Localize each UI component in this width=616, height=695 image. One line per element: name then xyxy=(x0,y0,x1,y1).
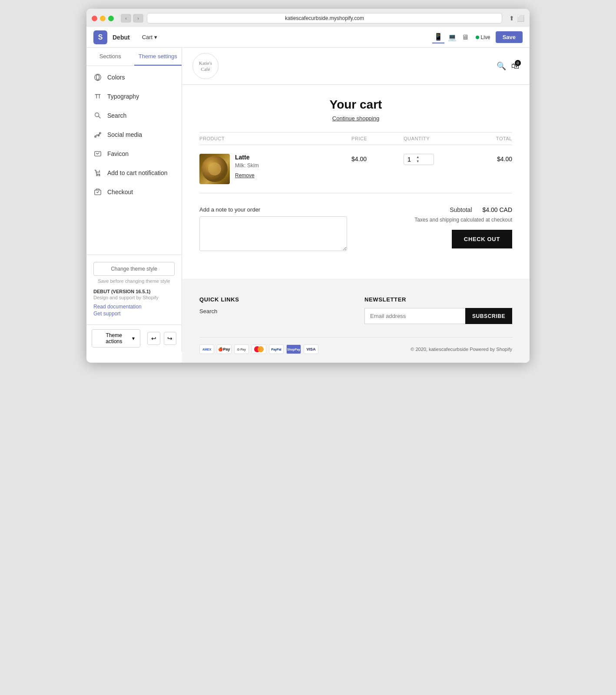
store-header: Katie'sCafé 🔍 🛍0 xyxy=(182,48,530,85)
newsletter-section: Newsletter SUBSCRIBE xyxy=(364,296,512,324)
forward-button[interactable]: › xyxy=(133,14,143,23)
sidebar-item-typography[interactable]: Typography xyxy=(86,87,182,106)
svg-point-0 xyxy=(95,74,101,80)
redo-button[interactable]: ↪ xyxy=(164,332,176,345)
shopify-logo: S xyxy=(93,30,107,44)
address-bar[interactable]: katiescafecurbside.myshopify.com xyxy=(147,13,502,23)
note-section: Add a note to your order xyxy=(199,206,347,253)
remove-item-button[interactable]: Remove xyxy=(235,172,255,179)
theme-actions-bar: Theme actions ▾ ↩ ↪ xyxy=(86,324,182,352)
sidebar-footer: Change theme style Save before changing … xyxy=(86,255,182,324)
desktop-view-button[interactable]: 🖥 xyxy=(460,31,470,43)
note-label: Add a note to your order xyxy=(199,206,347,213)
payment-icons: AMEX 🍎Pay G Pay PayPal ShopPay xyxy=(199,344,318,354)
tablet-view-button[interactable]: 💻 xyxy=(446,31,458,43)
subtotal-value: $4.00 CAD xyxy=(483,206,512,213)
cart-table-header: PRODUCT PRICE QUANTITY TOTAL xyxy=(199,132,512,145)
google-pay-icon: G Pay xyxy=(234,344,249,354)
store-search-button[interactable]: 🔍 xyxy=(497,61,506,71)
checkout-label: Checkout xyxy=(107,189,133,195)
read-documentation-link[interactable]: Read documentation xyxy=(93,304,175,310)
typography-icon xyxy=(93,92,102,101)
paypal-icon: PayPal xyxy=(269,344,284,354)
continue-shopping-link[interactable]: Continue shopping xyxy=(199,115,512,122)
visa-icon: VISA xyxy=(304,344,318,354)
quantity-stepper[interactable]: 1 ▲ ▼ xyxy=(404,154,434,165)
footer-search-link[interactable]: Search xyxy=(199,308,347,314)
subtotal-row: Subtotal $4.00 CAD xyxy=(364,206,512,213)
undo-button[interactable]: ↩ xyxy=(147,332,160,345)
back-button[interactable]: ‹ xyxy=(121,14,131,23)
cart-selector[interactable]: Cart ▾ xyxy=(142,34,158,40)
cart-item-price: $4.00 xyxy=(351,154,404,162)
product-image xyxy=(199,154,230,184)
subtotal-label: Subtotal xyxy=(450,206,472,213)
cart-item-details: Latte Milk: Skim Remove xyxy=(235,154,259,179)
copyright-text: © 2020, katiescafecurbside Powered by Sh… xyxy=(411,347,512,352)
traffic-lights xyxy=(92,16,114,21)
footer-top: Quick links Search Newsletter SUBSCRIBE xyxy=(199,296,512,324)
checkout-button[interactable]: CHECK OUT xyxy=(452,230,512,248)
quick-links-section: Quick links Search xyxy=(199,296,347,324)
preview-area: Katie'sCafé 🔍 🛍0 Your cart Continue shop… xyxy=(182,48,530,363)
colors-icon xyxy=(93,73,102,82)
subscribe-button[interactable]: SUBSCRIBE xyxy=(465,308,512,324)
quick-links-title: Quick links xyxy=(199,296,347,303)
favicon-label: Favicon xyxy=(107,150,129,157)
new-tab-button[interactable]: ⬜ xyxy=(517,15,524,22)
quantity-down-button[interactable]: ▼ xyxy=(414,159,421,164)
order-note-textarea[interactable] xyxy=(199,216,347,251)
svg-point-6 xyxy=(96,175,98,176)
cart-item-variant: Milk: Skim xyxy=(235,162,259,169)
shopify-header: S Debut Cart ▾ 📱 💻 🖥 Live Save xyxy=(86,27,530,48)
email-input[interactable] xyxy=(364,308,465,324)
design-info: Design and support by Shopify xyxy=(93,295,175,300)
apple-pay-icon: 🍎Pay xyxy=(217,344,232,354)
cart-item-info: Latte Milk: Skim Remove xyxy=(199,154,351,184)
get-support-link[interactable]: Get support xyxy=(93,311,175,317)
amex-payment-icon: AMEX xyxy=(199,344,214,354)
search-label: Search xyxy=(107,112,126,119)
quantity-col-header: QUANTITY xyxy=(404,136,469,141)
sidebar-item-colors[interactable]: Colors xyxy=(86,68,182,87)
cart-content: Your cart Continue shopping PRODUCT PRIC… xyxy=(182,85,530,279)
subtotal-section: Subtotal $4.00 CAD Taxes and shipping ca… xyxy=(364,206,512,253)
quantity-value: 1 xyxy=(404,154,414,165)
sidebar-item-checkout[interactable]: Checkout xyxy=(86,182,182,202)
sidebar-item-search[interactable]: Search xyxy=(86,106,182,125)
sidebar-item-add-to-cart[interactable]: Add to cart notification xyxy=(86,163,182,182)
tab-sections[interactable]: Sections xyxy=(86,48,134,66)
save-button[interactable]: Save xyxy=(496,31,523,43)
colors-label: Colors xyxy=(107,74,125,81)
sidebar-items: Colors Typography xyxy=(86,66,182,255)
add-to-cart-icon xyxy=(93,169,102,177)
quantity-up-button[interactable]: ▲ xyxy=(414,155,421,159)
version-info: DEBUT (VERSION 16.5.1) xyxy=(93,289,175,294)
footer-bottom: AMEX 🍎Pay G Pay PayPal ShopPay xyxy=(199,337,512,354)
sidebar-tabs: Sections Theme settings xyxy=(86,48,182,66)
store-header-actions: 🔍 🛍0 xyxy=(497,61,519,71)
shopify-pay-icon: ShopPay xyxy=(286,344,301,354)
change-theme-button[interactable]: Change theme style xyxy=(93,262,175,276)
sidebar-item-social-media[interactable]: Social media xyxy=(86,125,182,144)
live-badge: Live xyxy=(476,34,490,40)
dropdown-arrow-icon: ▾ xyxy=(154,34,157,40)
close-button[interactable] xyxy=(92,16,97,21)
mobile-view-button[interactable]: 📱 xyxy=(432,31,444,43)
cart-item: Latte Milk: Skim Remove $4.00 1 ▲ xyxy=(199,145,512,193)
store-cart-button[interactable]: 🛍0 xyxy=(511,62,519,71)
quantity-arrows: ▲ ▼ xyxy=(414,155,421,164)
store-logo: Katie'sCafé xyxy=(192,53,219,79)
search-icon xyxy=(93,111,102,120)
share-button[interactable]: ⬆ xyxy=(509,15,514,22)
newsletter-title: Newsletter xyxy=(364,296,512,303)
minimize-button[interactable] xyxy=(100,16,106,21)
svg-point-1 xyxy=(95,113,99,117)
save-before-change-text: Save before changing theme style xyxy=(93,278,175,284)
tab-theme-settings[interactable]: Theme settings xyxy=(134,48,182,66)
sidebar-item-favicon[interactable]: Favicon xyxy=(86,144,182,163)
theme-actions-button[interactable]: Theme actions ▾ xyxy=(92,329,140,348)
maximize-button[interactable] xyxy=(108,16,114,21)
live-dot xyxy=(476,36,479,39)
store-preview: Katie'sCafé 🔍 🛍0 Your cart Continue shop… xyxy=(182,48,530,363)
